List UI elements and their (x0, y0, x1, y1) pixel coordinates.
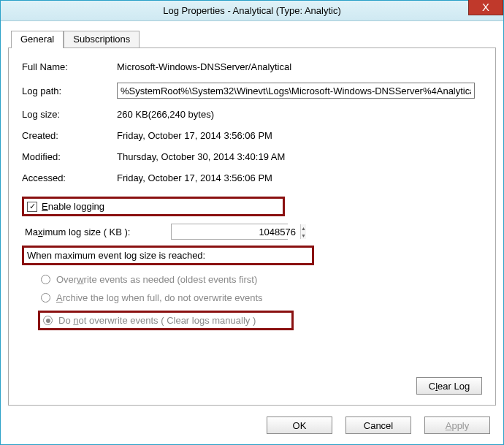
full-name-label: Full Name: (22, 61, 117, 72)
log-path-input[interactable] (117, 83, 475, 99)
log-size-value: 260 KB(266,240 bytes) (117, 109, 214, 120)
clear-log-button[interactable]: Clear Log (416, 377, 482, 395)
radio-archive-label: Archive the log when full, do not overwr… (56, 292, 263, 303)
radio-do-not-overwrite-label: Do not overwrite events ( Clear logs man… (58, 315, 256, 326)
radio-dot-icon (46, 319, 50, 323)
highlight-when-reached: When maximum event log size is reached: (22, 246, 314, 265)
max-log-size-spinner[interactable]: ▲ ▼ (171, 224, 288, 240)
full-name-value: Microsoft-Windows-DNSServer/Analytical (117, 61, 291, 72)
tabstrip: General Subscriptions (11, 30, 496, 47)
dialog-content: General Subscriptions Full Name: Microso… (1, 21, 503, 444)
titlebar: Log Properties - Analytical (Type: Analy… (1, 1, 503, 21)
created-label: Created: (22, 130, 117, 141)
accessed-value: Friday, October 17, 2014 3:56:06 PM (117, 172, 272, 183)
tab-subscriptions[interactable]: Subscriptions (64, 31, 140, 48)
radio-overwrite-row: Overwrite events as needed (oldest event… (41, 274, 482, 285)
spinner-down-icon[interactable]: ▼ (301, 232, 306, 239)
enable-logging-label: Enable logging (42, 201, 104, 212)
enable-logging-checkbox[interactable]: ✓ (27, 202, 37, 212)
when-reached-label: When maximum event log size is reached: (27, 250, 205, 261)
modified-value: Thursday, October 30, 2014 3:40:19 AM (117, 151, 285, 162)
tab-general[interactable]: General (11, 31, 64, 48)
max-log-size-input[interactable] (172, 224, 300, 239)
cancel-button[interactable]: Cancel (345, 417, 411, 434)
ok-button[interactable]: OK (267, 417, 332, 434)
max-log-size-label: Maximum log size ( KB ): (25, 227, 171, 237)
dialog-button-row: OK Cancel Apply (267, 417, 490, 434)
tab-panel-general: Full Name: Microsoft-Windows-DNSServer/A… (8, 47, 496, 406)
radio-archive (41, 293, 50, 303)
window-title: Log Properties - Analytical (Type: Analy… (163, 5, 341, 16)
created-value: Friday, October 17, 2014 3:56:06 PM (117, 130, 272, 141)
spinner-up-icon[interactable]: ▲ (301, 224, 306, 232)
highlight-enable-logging: ✓ Enable logging (22, 197, 285, 216)
dialog-window: Log Properties - Analytical (Type: Analy… (0, 0, 504, 445)
radio-archive-row: Archive the log when full, do not overwr… (41, 292, 482, 303)
highlight-do-not-overwrite: Do not overwrite events ( Clear logs man… (38, 311, 294, 330)
log-path-label: Log path: (22, 85, 117, 96)
radio-do-not-overwrite[interactable] (43, 316, 53, 325)
apply-button: Apply (424, 417, 490, 434)
log-size-label: Log size: (22, 109, 117, 120)
spinner-arrows: ▲ ▼ (300, 224, 306, 239)
close-button[interactable]: X (468, 0, 503, 15)
radio-overwrite-label: Overwrite events as needed (oldest event… (56, 274, 257, 285)
modified-label: Modified: (22, 151, 117, 162)
radio-overwrite (41, 275, 50, 284)
accessed-label: Accessed: (22, 172, 117, 183)
